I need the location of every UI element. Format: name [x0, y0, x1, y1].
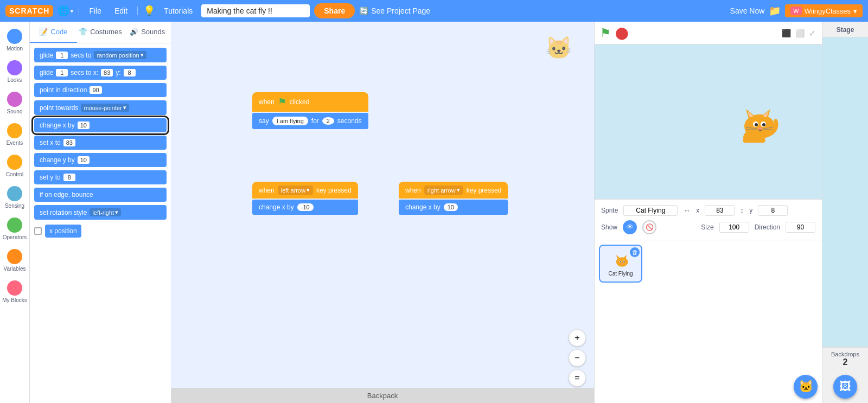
sidebar-label-looks: Looks	[8, 77, 22, 83]
green-flag-button[interactable]: ⚑	[600, 26, 611, 40]
edit-menu[interactable]: Edit	[110, 4, 132, 17]
show-eye-button[interactable]: 👁	[623, 220, 637, 234]
sidebar-item-looks[interactable]: Looks	[0, 56, 29, 87]
action-block-say[interactable]: say I am flying for 2 seconds	[252, 113, 368, 129]
globe-button[interactable]: 🌐 ▾	[58, 5, 73, 17]
scratch-logo[interactable]: SCRATCH	[5, 5, 53, 17]
green-flag-icon: ⚑	[278, 96, 286, 108]
folder-icon[interactable]: 📁	[769, 5, 781, 17]
tutorials-button[interactable]: Tutorials	[159, 4, 197, 17]
tab-code[interactable]: 📝 Code	[30, 22, 77, 43]
block-rotation-style[interactable]: set rotation style left-right ▾	[34, 205, 167, 220]
sprite-name-input[interactable]	[623, 205, 678, 216]
zoom-reset-button[interactable]: =	[569, 369, 586, 387]
stage-thumbnail[interactable]	[822, 37, 868, 347]
add-backdrop-button[interactable]: 🖼	[833, 375, 857, 399]
chevron-icon-3: ▾	[115, 209, 118, 216]
sprite-label: Sprite	[601, 207, 618, 214]
sidebar-item-operators[interactable]: Operators	[0, 213, 29, 245]
share-button[interactable]: Share	[314, 3, 355, 18]
sidebar-item-events[interactable]: Events	[0, 119, 29, 150]
normal-stage-button[interactable]: ⬜	[794, 28, 806, 39]
sprite-delete-button[interactable]: 🗑	[630, 247, 640, 257]
right-arrow-dropdown[interactable]: right arrow ▾	[424, 185, 463, 195]
sidebar-label-sensing: Sensing	[5, 203, 24, 209]
sprite-thumb-svg	[609, 251, 633, 270]
say-duration-input[interactable]: 2	[322, 117, 334, 125]
stage-view-buttons: ⬛ ⬜ ⤢	[781, 28, 816, 39]
tab-costumes[interactable]: 👕 Costumes	[77, 22, 124, 43]
user-menu[interactable]: W WiingyClasses ▾	[785, 4, 863, 17]
sidebar-item-my-blocks[interactable]: My Blocks	[0, 276, 29, 308]
block-glide-random[interactable]: glide 1 secs to random position ▾	[34, 48, 167, 62]
y-arrows-icon: ↕	[740, 206, 744, 215]
sidebar-label-events: Events	[7, 140, 23, 146]
tab-sounds[interactable]: 🔊 Sounds	[124, 22, 171, 43]
block-set-y[interactable]: set y to 8	[34, 170, 167, 184]
block-set-x[interactable]: set x to 83	[34, 136, 167, 150]
hide-eye-button[interactable]: 🚫	[642, 220, 656, 234]
hat-block-flag[interactable]: when ⚑ clicked	[252, 92, 368, 112]
stop-button[interactable]: ⬤	[615, 26, 629, 40]
zoom-out-button[interactable]: −	[569, 349, 586, 367]
cat-sprite-on-stage	[730, 99, 784, 145]
direction-label: Direction	[755, 223, 780, 231]
small-stage-button[interactable]: ⬛	[781, 28, 792, 39]
sprite-info-row-1: Sprite ↔ x ↕ y	[601, 205, 815, 216]
left-arrow-dropdown[interactable]: left arrow ▾	[278, 185, 313, 195]
see-project-button[interactable]: 🔄 See Project Page	[359, 7, 430, 15]
action-block-change-x-neg[interactable]: change x by -10	[252, 200, 358, 215]
hat-block-left-arrow[interactable]: when left arrow ▾ key pressed	[252, 182, 358, 199]
change-x-pos-input[interactable]: 10	[444, 203, 458, 211]
divider-1	[79, 7, 79, 15]
backpack-bar[interactable]: Backpack	[171, 388, 594, 403]
block-edge-bounce[interactable]: if on edge, bounce	[34, 188, 167, 202]
sidebar-item-sensing[interactable]: Sensing	[0, 182, 29, 213]
block-x-position-row: x position	[34, 223, 167, 239]
sidebar-item-variables[interactable]: Variables	[0, 245, 29, 276]
block-point-direction[interactable]: point in direction 90	[34, 83, 167, 97]
file-menu[interactable]: File	[85, 4, 106, 17]
sprites-grid: 🗑 Cat Flying	[599, 245, 818, 283]
block-change-x[interactable]: change x by 10	[34, 118, 167, 132]
sidebar-item-sound[interactable]: Sound	[0, 87, 29, 119]
sidebar-item-control[interactable]: Control	[0, 150, 29, 182]
sidebar-label-sound: Sound	[7, 108, 23, 114]
sidebar-item-motion[interactable]: Motion	[0, 24, 29, 56]
sprite-y-input[interactable]	[758, 205, 788, 216]
stage-area: ⚑ ⬤ ⬛ ⬜ ⤢	[594, 22, 822, 403]
hat-block-right-arrow[interactable]: when right arrow ▾ key pressed	[399, 182, 508, 199]
sidebar-label-motion: Motion	[7, 46, 23, 52]
sprite-direction-input[interactable]	[786, 222, 815, 233]
x-arrows-icon: ↔	[683, 206, 691, 215]
block-change-y[interactable]: change y by 10	[34, 153, 167, 167]
chevron-icon-2: ▾	[123, 104, 126, 111]
sprite-size-input[interactable]	[719, 222, 749, 233]
stage-canvas	[595, 44, 822, 199]
x-position-checkbox[interactable]	[34, 227, 42, 235]
svg-point-23	[620, 261, 621, 262]
block-point-towards[interactable]: point towards mouse-pointer ▾	[34, 100, 167, 115]
save-now-button[interactable]: Save Now	[730, 7, 765, 15]
action-block-change-x-pos[interactable]: change x by 10	[399, 200, 508, 215]
block-x-position[interactable]: x position	[45, 225, 81, 238]
block-glide-xy[interactable]: glide 1 secs to x: 83 y: 8	[34, 66, 167, 80]
refresh-icon: 🔄	[359, 7, 368, 15]
sprite-thumb-label: Cat Flying	[608, 271, 633, 277]
globe-chevron: ▾	[71, 8, 73, 14]
blocks-list: glide 1 secs to random position ▾ glide …	[30, 43, 171, 403]
say-text-oval[interactable]: I am flying	[272, 117, 308, 125]
code-area: when ⚑ clicked say I am flying for 2 sec…	[171, 22, 594, 403]
sprite-x-input[interactable]	[705, 205, 735, 216]
sprite-info-section: Sprite ↔ x ↕ y Show 👁 🚫 Size Direction	[595, 199, 822, 240]
svg-point-25	[621, 263, 623, 264]
zoom-in-button[interactable]: +	[569, 329, 586, 347]
add-sprite-button[interactable]: 🐱	[794, 375, 818, 399]
project-title-input[interactable]	[201, 4, 310, 17]
code-icon: 📝	[39, 28, 48, 36]
fullscreen-button[interactable]: ⤢	[808, 28, 816, 39]
sound-icon: 🔊	[130, 28, 138, 36]
change-x-neg-input[interactable]: -10	[297, 203, 314, 211]
code-stack-3: when right arrow ▾ key pressed change x …	[399, 182, 508, 215]
sprite-thumb-cat-flying[interactable]: 🗑 Cat Flying	[599, 245, 642, 283]
